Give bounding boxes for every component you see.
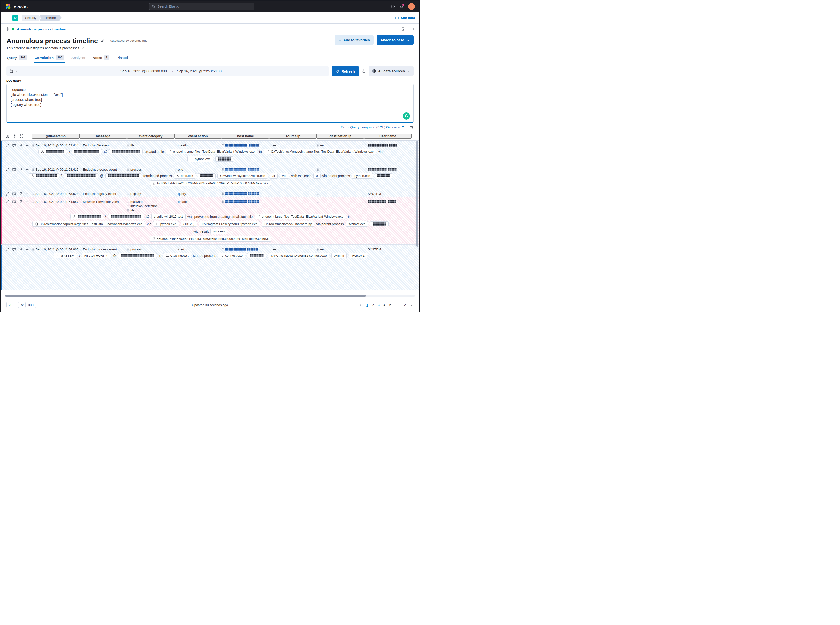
- column-header-message[interactable]: message: [79, 134, 127, 138]
- start-date[interactable]: Sep 16, 2021 @ 00:00:00.000: [120, 69, 167, 73]
- event-badge[interactable]: conhost.exe: [218, 253, 245, 258]
- tab-correlation[interactable]: Correlation 300: [32, 53, 67, 62]
- cell-host[interactable]: [222, 200, 269, 204]
- eql-editor[interactable]: sequence [file where file.extension == "…: [6, 84, 414, 123]
- space-avatar[interactable]: D: [12, 15, 19, 21]
- column-header-destination-ip[interactable]: destination.ip: [317, 134, 364, 138]
- event-badge[interactable]: python.exe: [187, 156, 213, 162]
- add-note-button[interactable]: [12, 200, 16, 204]
- next-page-button[interactable]: [410, 303, 414, 307]
- more-actions-button[interactable]: [26, 143, 30, 148]
- event-badge[interactable]: cmd.exe: [174, 173, 196, 179]
- cell-timestamp[interactable]: Sep 16, 2021 @ 00:11:54.800: [32, 247, 79, 252]
- tab-query[interactable]: Query 192: [4, 53, 30, 62]
- page-button-1[interactable]: 1: [366, 303, 368, 307]
- previous-page-button[interactable]: [359, 303, 362, 307]
- cell-message[interactable]: Endpoint process event: [79, 247, 127, 252]
- cell-dest[interactable]: —: [317, 143, 364, 148]
- add-data-button[interactable]: Add data: [395, 16, 415, 20]
- cell-category[interactable]: registry: [127, 192, 174, 196]
- event-badge[interactable]: endpoint-large-files_TestData_EicarVaria…: [255, 214, 346, 219]
- close-timeline-button[interactable]: [411, 27, 414, 31]
- cell-message[interactable]: Endpoint registry event: [79, 192, 127, 196]
- breadcrumb-security[interactable]: Security: [22, 15, 41, 21]
- cell-dest[interactable]: —: [317, 247, 364, 252]
- more-actions-button[interactable]: [26, 200, 30, 204]
- event-badge[interactable]: C:\Tools\mock\endpoint-large-files_TestD…: [33, 221, 145, 227]
- cell-category[interactable]: process: [127, 247, 174, 252]
- expand-event-button[interactable]: [6, 168, 9, 172]
- edit-title-button[interactable]: [101, 39, 104, 43]
- cell-action[interactable]: start: [174, 247, 222, 252]
- cell-action[interactable]: query: [174, 192, 222, 196]
- event-badge[interactable]: [38, 149, 67, 154]
- scrollbar-thumb[interactable]: [416, 141, 418, 247]
- cell-action[interactable]: creation: [174, 143, 222, 148]
- cell-source[interactable]: —: [269, 192, 317, 196]
- notifications-button[interactable]: [400, 5, 403, 8]
- add-to-favorites-button[interactable]: Add to favorites: [334, 35, 374, 45]
- tab-notes[interactable]: Notes 1: [90, 53, 112, 62]
- event-badge[interactable]: 0xffffffff: [331, 253, 347, 258]
- tab-pinned[interactable]: Pinned: [114, 53, 131, 62]
- column-header-event-category[interactable]: event.category: [127, 134, 174, 138]
- user-avatar[interactable]: n: [408, 3, 415, 10]
- page-button-12[interactable]: 12: [402, 303, 406, 307]
- event-badge[interactable]: bc866cfcdda37e24dc2634dc282c7a0e6f55209d…: [150, 180, 271, 186]
- event-badge[interactable]: SYSTEM: [54, 253, 77, 258]
- cell-category[interactable]: malwareintrusion_detectionfile: [127, 200, 174, 213]
- column-header-timestamp[interactable]: @timestamp: [32, 134, 79, 138]
- attach-to-case-button[interactable]: Attach to case: [376, 35, 414, 45]
- add-note-button[interactable]: [12, 247, 16, 251]
- fullscreen-button[interactable]: [20, 134, 24, 138]
- cell-user[interactable]: [364, 168, 412, 172]
- event-badge[interactable]: [215, 157, 233, 162]
- cell-host[interactable]: [222, 192, 269, 196]
- page-button-4[interactable]: 4: [384, 303, 386, 307]
- event-badge[interactable]: [70, 214, 103, 219]
- expand-event-button[interactable]: [6, 247, 9, 251]
- pin-event-button[interactable]: [19, 247, 23, 251]
- global-search[interactable]: [149, 3, 254, 10]
- tab-analyzer[interactable]: Analyzer: [68, 53, 88, 62]
- event-badge[interactable]: \??\C:\Windows\system32\conhost.exe: [268, 253, 330, 258]
- cell-category[interactable]: process: [127, 168, 174, 172]
- eql-overview-link[interactable]: Event Query Language (EQL) Overview: [341, 125, 404, 129]
- more-actions-button[interactable]: [26, 168, 30, 172]
- vertical-scrollbar[interactable]: [416, 141, 418, 295]
- menu-button[interactable]: [5, 16, 9, 20]
- event-badge[interactable]: [108, 214, 144, 219]
- event-badge[interactable]: NT AUTHORITY: [82, 253, 111, 258]
- event-badge[interactable]: svchost.exe: [346, 221, 368, 227]
- event-badge[interactable]: endpoint-large-files_TestData_EicarVaria…: [166, 149, 257, 154]
- event-badge[interactable]: success: [210, 229, 227, 234]
- open-timeline-button[interactable]: [401, 27, 405, 31]
- event-badge[interactable]: [247, 253, 266, 258]
- cell-timestamp[interactable]: Sep 16, 2021 @ 00:11:53.414: [32, 143, 79, 148]
- add-note-button[interactable]: [12, 192, 16, 196]
- cell-source[interactable]: —: [269, 247, 317, 252]
- refresh-button[interactable]: Refresh: [332, 66, 359, 76]
- cell-timestamp[interactable]: Sep 16, 2021 @ 00:11:53.524: [32, 192, 79, 196]
- cell-timestamp[interactable]: Sep 16, 2021 @ 00:11:54.657: [32, 200, 79, 204]
- expand-event-button[interactable]: [6, 143, 9, 148]
- event-badge[interactable]: C:\Windows\system32\cmd.exe: [218, 173, 268, 179]
- lock-date-range-button[interactable]: [362, 69, 366, 73]
- column-header-host-name[interactable]: host.name: [222, 134, 269, 138]
- cell-dest[interactable]: —: [317, 168, 364, 172]
- cell-action[interactable]: creation: [174, 200, 222, 204]
- event-badge[interactable]: [370, 221, 389, 227]
- event-badge[interactable]: -ForceV1: [348, 253, 367, 258]
- table-settings-button[interactable]: [13, 134, 17, 138]
- event-badge[interactable]: [72, 149, 102, 154]
- cell-host[interactable]: [222, 168, 269, 172]
- cell-user[interactable]: [364, 200, 412, 204]
- cell-timestamp[interactable]: Sep 16, 2021 @ 00:11:53.416: [32, 168, 79, 172]
- scrollbar-thumb[interactable]: [5, 294, 366, 297]
- event-badge[interactable]: /c: [270, 173, 278, 179]
- rows-per-page-select[interactable]: 25: [6, 302, 19, 308]
- event-badge[interactable]: ver: [280, 173, 289, 179]
- event-badge[interactable]: 559e66074a45750f5244809b316a63c6c09abd3d…: [149, 236, 271, 242]
- event-badge[interactable]: C:\Program Files\Python39\python.exe: [199, 221, 260, 227]
- cell-dest[interactable]: —: [317, 200, 364, 204]
